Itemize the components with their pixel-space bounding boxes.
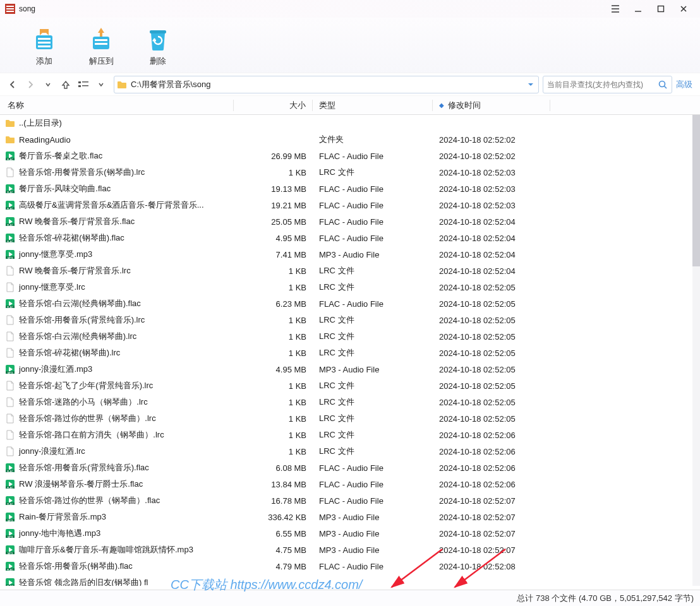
file-row[interactable]: MP3jonny-浪漫红酒.mp34.95 MBMP3 - Audio File… bbox=[0, 361, 700, 377]
svg-rect-14 bbox=[82, 81, 88, 83]
close-button[interactable] bbox=[672, 0, 695, 18]
file-row[interactable]: FLAC高级餐厅&蓝调背景音乐&酒店音乐-餐厅背景音乐...19.21 MBFL… bbox=[0, 197, 700, 213]
file-size: 1 KB bbox=[234, 447, 313, 456]
file-row[interactable]: 轻音乐馆-用餐音乐(背景纯音乐).lrc1 KBLRC 文件2024-10-18… bbox=[0, 312, 700, 328]
file-name: 轻音乐馆-用餐音乐(钢琴曲).flac bbox=[19, 561, 133, 572]
file-row[interactable]: 轻音乐馆-用餐背景音乐(钢琴曲).lrc1 KBLRC 文件2024-10-18… bbox=[0, 164, 700, 181]
file-name: 高级餐厅&蓝调背景音乐&酒店音乐-餐厅背景音乐... bbox=[19, 199, 204, 211]
file-date: 2024-10-18 02:52:05 bbox=[433, 348, 550, 358]
file-name: 轻音乐馆-用餐背景音乐(钢琴曲).lrc bbox=[19, 167, 145, 178]
file-row[interactable]: MP3咖啡厅音乐&餐厅音乐-有趣咖啡馆跳跃情怀.mp34.75 MBMP3 - … bbox=[0, 542, 700, 558]
file-size: 1 KB bbox=[234, 431, 313, 440]
scrollbar-thumb[interactable] bbox=[692, 115, 700, 266]
column-header-date[interactable]: ◆修改时间 bbox=[433, 100, 550, 111]
svg-text:FLAC: FLAC bbox=[7, 568, 13, 571]
file-row[interactable]: FLAC轻音乐馆-路过你的世界（钢琴曲）.flac16.78 MBFLAC - … bbox=[0, 492, 700, 509]
svg-text:FLAC: FLAC bbox=[7, 486, 13, 489]
file-row[interactable]: 轻音乐馆-起飞了少年(背景纯音乐).lrc1 KBLRC 文件2024-10-1… bbox=[0, 377, 700, 394]
column-header-name[interactable]: 名称 bbox=[0, 100, 234, 111]
file-date: 2024-10-18 02:52:07 bbox=[433, 496, 550, 506]
file-row[interactable]: MP3jonny-惬意享受.mp37.41 MBMP3 - Audio File… bbox=[0, 246, 700, 263]
address-bar[interactable]: C:\用餐背景音乐\song bbox=[114, 76, 539, 93]
file-row[interactable]: FLAC轻音乐馆-用餐音乐(钢琴曲).flac4.79 MBFLAC - Aud… bbox=[0, 558, 700, 574]
file-row[interactable]: FLAC轻音乐馆-用餐音乐(背景纯音乐).flac6.08 MBFLAC - A… bbox=[0, 460, 700, 476]
file-row[interactable]: FLAC餐厅音乐-风味交响曲.flac19.13 MBFLAC - Audio … bbox=[0, 181, 700, 197]
scrollbar-track[interactable] bbox=[692, 115, 700, 586]
path-text: C:\用餐背景音乐\song bbox=[127, 79, 523, 90]
column-header-size[interactable]: 大小 bbox=[234, 100, 313, 111]
file-name: 轻音乐馆-白云湖(经典钢琴曲).flac bbox=[19, 298, 141, 309]
file-row[interactable]: ..(上层目录) bbox=[0, 115, 700, 131]
file-row[interactable]: 轻音乐馆-路过你的世界（钢琴曲）.lrc1 KBLRC 文件2024-10-18… bbox=[0, 410, 700, 427]
file-type: FLAC - Audio File bbox=[313, 463, 433, 473]
file-row[interactable]: 轻音乐馆-白云湖(经典钢琴曲).lrc1 KBLRC 文件2024-10-18 … bbox=[0, 328, 700, 345]
column-header-type[interactable]: 类型 bbox=[313, 100, 433, 111]
maximize-button[interactable] bbox=[649, 0, 672, 18]
file-row[interactable]: MP3jonny-地中海艳遇.mp36.55 MBMP3 - Audio Fil… bbox=[0, 525, 700, 542]
add-button[interactable]: 添加 bbox=[25, 24, 63, 67]
file-row[interactable]: 轻音乐馆-碎花裙(钢琴曲).lrc1 KBLRC 文件2024-10-18 02… bbox=[0, 345, 700, 361]
file-date: 2024-10-18 02:52:05 bbox=[433, 398, 550, 407]
up-button[interactable] bbox=[57, 76, 75, 93]
file-row[interactable]: jonny-浪漫红酒.lrc1 KBLRC 文件2024-10-18 02:52… bbox=[0, 443, 700, 460]
folder-up-icon bbox=[5, 118, 15, 128]
advanced-search-button[interactable]: 高级 bbox=[672, 79, 696, 90]
flac-icon: FLAC bbox=[5, 463, 15, 473]
delete-button[interactable]: 删除 bbox=[139, 24, 177, 67]
svg-text:FLAC: FLAC bbox=[7, 306, 13, 309]
file-row[interactable]: MP3Rain-餐厅背景音乐.mp3336.42 KBMP3 - Audio F… bbox=[0, 509, 700, 525]
forward-button[interactable] bbox=[21, 76, 39, 93]
path-dropdown-icon[interactable] bbox=[523, 81, 538, 88]
file-date: 2024-10-18 02:52:04 bbox=[433, 234, 550, 243]
svg-rect-7 bbox=[38, 42, 51, 44]
flac-icon: FLAC bbox=[5, 479, 15, 489]
file-date: 2024-10-18 02:52:05 bbox=[433, 299, 550, 309]
search-input[interactable] bbox=[543, 80, 654, 89]
file-name: 轻音乐馆 领念路后的旧友(钢琴曲) fl bbox=[19, 577, 148, 586]
file-date: 2024-10-18 02:52:06 bbox=[433, 463, 550, 473]
file-size: 6.08 MB bbox=[234, 463, 313, 473]
lrc-icon bbox=[5, 282, 15, 292]
file-row[interactable]: 轻音乐馆-迷路的小马（钢琴曲）.lrc1 KBLRC 文件2024-10-18 … bbox=[0, 394, 700, 410]
file-type: FLAC - Audio File bbox=[313, 480, 433, 489]
flac-icon: FLAC bbox=[5, 151, 15, 161]
search-box[interactable] bbox=[543, 76, 672, 93]
file-row[interactable]: ReadingAudio文件夹2024-10-18 02:52:02 bbox=[0, 131, 700, 148]
svg-rect-11 bbox=[95, 43, 107, 45]
file-row[interactable]: FLACRW 浪漫钢琴音乐-餐厅爵士乐.flac13.84 MBFLAC - A… bbox=[0, 476, 700, 492]
svg-rect-16 bbox=[82, 85, 88, 86]
file-date: 2024-10-18 02:52:07 bbox=[433, 513, 550, 522]
view-options-button[interactable] bbox=[75, 76, 92, 93]
search-icon[interactable] bbox=[654, 80, 672, 90]
window-title: song bbox=[19, 4, 35, 13]
minimize-button[interactable] bbox=[627, 0, 649, 18]
menu-button[interactable] bbox=[604, 0, 627, 18]
file-name: jonny-浪漫红酒.mp3 bbox=[19, 364, 92, 375]
file-row[interactable]: FLAC轻音乐馆-白云湖(经典钢琴曲).flac6.23 MBFLAC - Au… bbox=[0, 295, 700, 312]
file-row[interactable]: FLAC轻音乐馆-碎花裙(钢琴曲).flac4.95 MBFLAC - Audi… bbox=[0, 230, 700, 246]
file-type: FLAC - Audio File bbox=[313, 217, 433, 227]
file-name: 轻音乐馆-迷路的小马（钢琴曲）.lrc bbox=[19, 396, 148, 408]
file-type: LRC 文件 bbox=[313, 167, 433, 178]
back-button[interactable] bbox=[4, 76, 21, 93]
file-row[interactable]: RW 晚餐音乐-餐厅背景音乐.lrc1 KBLRC 文件2024-10-18 0… bbox=[0, 263, 700, 279]
view-dropdown-button[interactable] bbox=[92, 76, 110, 93]
lrc-icon bbox=[5, 413, 15, 424]
history-dropdown-button[interactable] bbox=[39, 76, 57, 93]
file-row[interactable]: FLAC餐厅音乐-餐桌之歌.flac26.99 MBFLAC - Audio F… bbox=[0, 148, 700, 164]
file-row[interactable]: FLAC轻音乐馆 领念路后的旧友(钢琴曲) fl bbox=[0, 574, 700, 586]
main-toolbar: 添加 解压到 删除 bbox=[0, 18, 700, 73]
file-date: 2024-10-18 02:52:04 bbox=[433, 250, 550, 259]
file-date: 2024-10-18 02:52:02 bbox=[433, 152, 550, 161]
svg-rect-10 bbox=[95, 39, 107, 41]
extract-button[interactable]: 解压到 bbox=[82, 24, 120, 67]
file-date: 2024-10-18 02:52:05 bbox=[433, 332, 550, 342]
svg-text:FLAC: FLAC bbox=[7, 585, 13, 586]
file-size: 19.21 MB bbox=[234, 201, 313, 210]
file-row[interactable]: FLACRW 晚餐音乐-餐厅背景音乐.flac25.05 MBFLAC - Au… bbox=[0, 213, 700, 230]
file-list[interactable]: ..(上层目录)ReadingAudio文件夹2024-10-18 02:52:… bbox=[0, 115, 700, 586]
file-name: jonny-浪漫红酒.lrc bbox=[19, 446, 85, 457]
file-row[interactable]: 轻音乐馆-路口在前方消失（钢琴曲）.lrc1 KBLRC 文件2024-10-1… bbox=[0, 427, 700, 443]
file-row[interactable]: jonny-惬意享受.lrc1 KBLRC 文件2024-10-18 02:52… bbox=[0, 279, 700, 295]
svg-text:FLAC: FLAC bbox=[7, 158, 13, 161]
